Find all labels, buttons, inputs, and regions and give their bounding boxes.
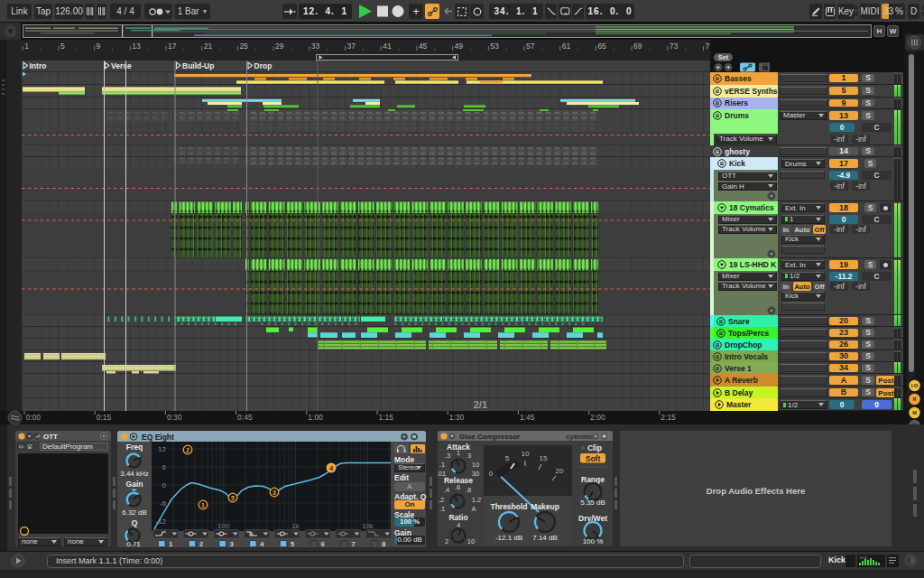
svg-text:Freq: Freq — [126, 443, 143, 452]
svg-text:12: 12 — [158, 445, 166, 453]
svg-text:A: A — [471, 505, 476, 513]
svg-text:Intro: Intro — [30, 61, 47, 70]
svg-text:13: 13 — [132, 42, 141, 51]
svg-text:2: 2 — [186, 447, 189, 453]
svg-text:2: 2 — [199, 540, 204, 546]
svg-text:0:15: 0:15 — [97, 413, 112, 422]
svg-text:OTT: OTT — [43, 433, 58, 441]
svg-text:EQ Eight: EQ Eight — [142, 433, 174, 442]
svg-text:0: 0 — [489, 470, 494, 478]
svg-text:0.71: 0.71 — [126, 540, 141, 547]
svg-text:53: 53 — [490, 42, 499, 51]
svg-text:69: 69 — [633, 42, 642, 51]
svg-text:Verse: Verse — [111, 61, 132, 70]
svg-text:37: 37 — [347, 42, 356, 51]
svg-text:0:30: 0:30 — [167, 413, 182, 422]
svg-text:41: 41 — [383, 42, 392, 51]
svg-text:1:00: 1:00 — [308, 413, 323, 422]
svg-text:33: 33 — [311, 42, 320, 51]
svg-text:R: R — [913, 396, 917, 402]
svg-text:3: 3 — [229, 540, 234, 546]
svg-text:45: 45 — [419, 42, 428, 51]
svg-text:.2: .2 — [439, 496, 444, 504]
svg-text:25: 25 — [239, 42, 248, 51]
svg-text:M: M — [912, 410, 917, 415]
svg-text:61: 61 — [562, 42, 571, 51]
svg-text:.8: .8 — [466, 486, 471, 494]
svg-text:.1: .1 — [439, 461, 445, 469]
svg-text:1: 1 — [169, 540, 173, 546]
svg-text:7.14 dB: 7.14 dB — [532, 534, 558, 542]
svg-text:KICK: KICK — [860, 555, 868, 559]
svg-text:3: 3 — [467, 452, 471, 460]
svg-text:5: 5 — [231, 495, 235, 501]
svg-text:3: 3 — [273, 489, 276, 496]
svg-text:30: 30 — [472, 470, 479, 478]
svg-text:65: 65 — [597, 42, 606, 51]
svg-text:3.44 kHz: 3.44 kHz — [120, 470, 149, 478]
svg-text:-6: -6 — [160, 499, 167, 508]
svg-text:Drop: Drop — [254, 61, 273, 70]
svg-text:Soft: Soft — [586, 454, 601, 463]
svg-text:9: 9 — [97, 42, 101, 51]
svg-text:.1: .1 — [439, 505, 445, 513]
svg-text:73: 73 — [670, 42, 679, 51]
svg-text:5: 5 — [505, 454, 510, 462]
svg-text:8: 8 — [382, 540, 386, 546]
svg-text:57: 57 — [526, 42, 535, 51]
svg-text:Build-Up: Build-Up — [182, 61, 214, 70]
svg-text:.6: .6 — [455, 483, 460, 491]
svg-text:6.32 dB: 6.32 dB — [122, 508, 147, 517]
svg-text:5: 5 — [60, 42, 65, 51]
svg-text:10: 10 — [467, 537, 475, 545]
svg-text:1: 1 — [201, 502, 205, 508]
svg-text:100 %: 100 % — [583, 537, 604, 545]
svg-text:Clip: Clip — [587, 443, 602, 452]
svg-text:6: 6 — [162, 463, 167, 471]
svg-text:1: 1 — [24, 42, 29, 51]
svg-text:.3: .3 — [445, 452, 450, 460]
svg-text:Makeup: Makeup — [531, 502, 559, 511]
svg-text:Gain: Gain — [126, 480, 143, 489]
svg-text:1:45: 1:45 — [520, 413, 535, 422]
svg-text:5: 5 — [291, 540, 295, 546]
svg-text:7: 7 — [351, 540, 356, 546]
svg-text:2:15: 2:15 — [661, 413, 676, 422]
svg-text:4: 4 — [260, 540, 264, 546]
svg-text:10: 10 — [522, 450, 530, 458]
svg-text:Q: Q — [132, 518, 138, 527]
svg-text:2: 2 — [445, 537, 448, 545]
svg-text:Glue Compressor: Glue Compressor — [459, 433, 520, 441]
svg-text:.4: .4 — [444, 486, 449, 494]
svg-text:1:30: 1:30 — [449, 413, 465, 422]
svg-text:0: 0 — [162, 481, 167, 489]
svg-text:10: 10 — [472, 461, 479, 469]
svg-text:0:45: 0:45 — [237, 413, 253, 422]
svg-text:17: 17 — [168, 42, 177, 51]
svg-text:1.2: 1.2 — [472, 496, 481, 504]
svg-text:6: 6 — [321, 540, 326, 546]
svg-text:15: 15 — [540, 454, 548, 462]
svg-text:0:00: 0:00 — [26, 413, 42, 422]
svg-text:1:15: 1:15 — [379, 413, 394, 422]
svg-text:Threshold: Threshold — [490, 502, 527, 511]
svg-text:49: 49 — [455, 42, 464, 51]
svg-text:21: 21 — [204, 42, 213, 51]
svg-text:2/1: 2/1 — [474, 399, 487, 410]
svg-text:29: 29 — [275, 42, 284, 51]
svg-text:2:00: 2:00 — [590, 413, 605, 422]
svg-text:cytomic: cytomic — [566, 433, 594, 441]
svg-text:5.35 dB: 5.35 dB — [580, 499, 605, 507]
svg-text:20: 20 — [556, 467, 564, 475]
svg-text:I-O: I-O — [911, 383, 919, 388]
svg-text:1: 1 — [457, 449, 460, 457]
svg-text:-12.1 dB: -12.1 dB — [495, 534, 522, 542]
